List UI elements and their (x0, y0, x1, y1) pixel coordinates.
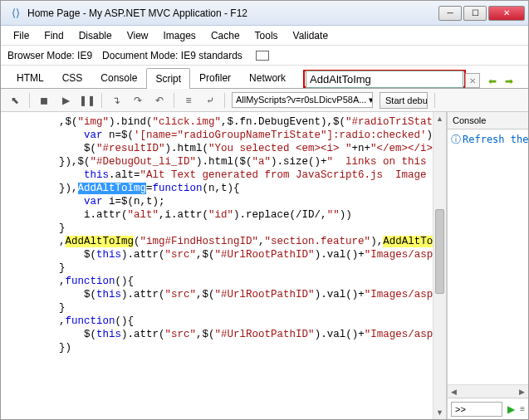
minimize-button[interactable]: ─ (438, 6, 462, 21)
pause-icon[interactable]: ❚❚ (80, 93, 95, 108)
search-nav: ⬅ ➡ (485, 75, 517, 88)
app-icon: ⟨⟩ (9, 7, 22, 20)
search-next-button[interactable]: ➡ (502, 75, 517, 88)
tab-css[interactable]: CSS (53, 67, 92, 88)
code-pane[interactable]: ,$("img").bind("click.img",$.fn.DebugEve… (1, 112, 447, 419)
code-content: ,$("img").bind("click.img",$.fn.DebugEve… (1, 112, 446, 358)
menu-find[interactable]: Find (38, 27, 69, 44)
multiline-toggle-icon[interactable]: ≡ (520, 404, 525, 413)
step-out-icon[interactable]: ↶ (152, 93, 167, 108)
step-into-icon[interactable]: ↴ (109, 93, 124, 108)
side-tab-console[interactable]: Console (448, 112, 528, 129)
devtools-tabs: HTML CSS Console Script Profiler Network… (1, 66, 528, 89)
code-vertical-scrollbar[interactable]: ▲ ▼ (433, 112, 446, 419)
document-mode-label: Document Mode: IE9 standards (102, 50, 242, 61)
info-icon: ⓘ (451, 134, 461, 145)
close-button[interactable]: ✕ (488, 6, 525, 21)
menu-images[interactable]: Images (158, 27, 202, 44)
tab-network[interactable]: Network (240, 67, 295, 88)
menu-disable[interactable]: Disable (73, 27, 118, 44)
search-box-highlight (303, 70, 466, 88)
menu-view[interactable]: View (121, 27, 154, 44)
scroll-down-icon[interactable]: ▼ (433, 406, 446, 419)
menu-tools[interactable]: Tools (249, 27, 284, 44)
script-file-selector[interactable]: AllMyScripts?v=r0sLDicvP58A... ▾ (232, 92, 373, 108)
word-wrap-icon[interactable]: ⤶ (203, 93, 218, 108)
script-toolbar: ⬉ ◼ ▶ ❚❚ ↴ ↷ ↶ ≡ ⤶ AllMyScripts?v=r0sLDi… (1, 89, 528, 112)
menubar: File Find Disable View Images Cache Tool… (1, 26, 528, 46)
menu-cache[interactable]: Cache (205, 27, 246, 44)
browser-mode-label: Browser Mode: IE9 (7, 50, 92, 61)
menu-file[interactable]: File (7, 27, 35, 44)
console-horizontal-scrollbar[interactable]: ◀▶ (448, 384, 528, 398)
document-mode-icon[interactable] (256, 51, 269, 61)
search-clear-button[interactable]: ✕ (465, 73, 480, 88)
step-over-icon[interactable]: ↷ (130, 93, 145, 108)
window-controls: ─ ☐ ✕ (438, 6, 525, 21)
stop-icon[interactable]: ◼ (37, 93, 51, 108)
tab-html[interactable]: HTML (7, 67, 53, 88)
console-side-panel: Console ⓘRefresh the ◀▶ >> ▶ ≡ (447, 112, 528, 419)
play-icon[interactable]: ▶ (58, 93, 73, 108)
tab-profiler[interactable]: Profiler (190, 67, 240, 88)
search-prev-button[interactable]: ⬅ (485, 75, 500, 88)
console-input-bar: >> ▶ ≡ (448, 398, 528, 419)
menu-validate[interactable]: Validate (287, 27, 334, 44)
search-match: AddAltTo (383, 236, 433, 247)
mode-bar: Browser Mode: IE9 Document Mode: IE9 sta… (1, 46, 528, 66)
format-icon[interactable]: ≡ (181, 93, 196, 108)
window-title: Home Page - My ASP.NET MVC Application -… (27, 7, 438, 19)
scroll-up-icon[interactable]: ▲ (433, 112, 446, 125)
console-output: ⓘRefresh the (448, 129, 528, 384)
tab-script[interactable]: Script (146, 68, 190, 89)
search-input[interactable] (306, 71, 463, 88)
scroll-thumb[interactable] (435, 209, 444, 293)
search-match: AddAltToImg (66, 236, 135, 247)
run-script-icon[interactable]: ▶ (507, 403, 515, 415)
start-debugging-button[interactable]: Start debu (380, 92, 428, 109)
select-element-icon[interactable]: ⬉ (7, 93, 22, 108)
maximize-button[interactable]: ☐ (463, 6, 487, 21)
console-prompt[interactable]: >> (451, 402, 502, 417)
search-match-current: AddAltToImg (78, 183, 147, 194)
tab-console[interactable]: Console (91, 67, 146, 88)
titlebar: ⟨⟩ Home Page - My ASP.NET MVC Applicatio… (1, 1, 528, 26)
